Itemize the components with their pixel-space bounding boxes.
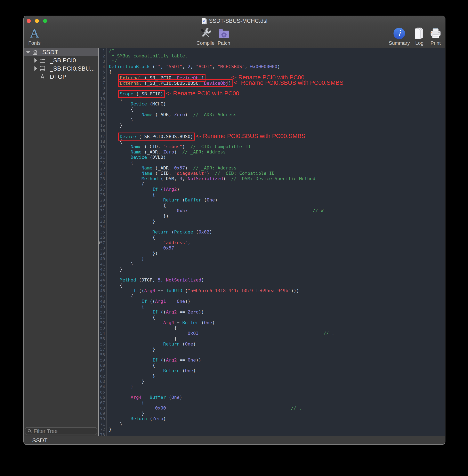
- code-line[interactable]: 0x57 // W: [109, 208, 445, 213]
- code-line[interactable]: Name (_CID, "smbus") // _CID: Compatible…: [109, 144, 445, 149]
- code-token: ): [228, 81, 231, 86]
- sidebar-item-dtgp[interactable]: DTGP: [24, 73, 98, 81]
- code-line[interactable]: External (_SB_.PCI0.SBUS.BUS0, DeviceObj…: [109, 80, 445, 85]
- code-line[interactable]: {: [109, 325, 445, 331]
- code-token: {: [109, 325, 177, 330]
- code-line[interactable]: [109, 389, 445, 395]
- code-line[interactable]: {: [109, 181, 445, 187]
- code-line[interactable]: }: [109, 117, 445, 123]
- print-button[interactable]: Print: [429, 27, 442, 46]
- code-line[interactable]: }): [109, 251, 445, 256]
- code-line[interactable]: {: [109, 192, 445, 197]
- code-line[interactable]: Name (_ADR, Zero) // _ADR: Address: [109, 149, 445, 155]
- sidebar-item-ssdt[interactable]: SSDT: [24, 48, 98, 56]
- code-line[interactable]: {: [109, 363, 445, 368]
- code-lines[interactable]: /* * SMBus compatibility table. */Defini…: [106, 48, 445, 436]
- code-line[interactable]: [109, 85, 445, 91]
- code-line[interactable]: {: [109, 139, 445, 144]
- code-line[interactable]: If ((Arg1 == One)): [109, 299, 445, 304]
- code-line[interactable]: Method (DTGP, 5, NotSerialized): [109, 277, 445, 283]
- code-line[interactable]: Arg4 = Buffer (One): [109, 395, 445, 400]
- code-line[interactable]: Return (Buffer (One): [109, 197, 445, 203]
- code-line[interactable]: Arg4 = Buffer (One): [109, 320, 445, 325]
- code-line[interactable]: {: [109, 283, 445, 288]
- sidebar-item-sb-pci0-sbus[interactable]: _SB.PCI0.SBU...: [24, 64, 98, 73]
- code-token: )): [199, 309, 204, 314]
- code-token: (_ADR,: [152, 165, 174, 170]
- code-line[interactable]: /*: [109, 48, 445, 53]
- code-line[interactable]: }: [109, 411, 445, 416]
- patch-button[interactable]: Patch: [217, 27, 231, 46]
- disclosure-down-icon[interactable]: [26, 51, 30, 54]
- sidebar-item-label: _SB.PCI0.SBU...: [50, 65, 95, 72]
- code-line[interactable]: }: [109, 256, 445, 261]
- code-line[interactable]: {: [109, 160, 445, 165]
- code-line[interactable]: Name (_ADR, Zero) // _ADR: Address: [109, 112, 445, 117]
- sidebar-item-sb-pci0[interactable]: _SB.PCI0: [24, 56, 98, 64]
- code-line[interactable]: Return (One): [109, 342, 445, 347]
- code-line[interactable]: Device (_SB.PCI0.SBUS.BUS0) <- Rename PC…: [109, 133, 445, 139]
- code-line[interactable]: }: [109, 421, 445, 427]
- code-line[interactable]: }: [109, 347, 445, 352]
- code-line[interactable]: "address",: [109, 240, 445, 245]
- compile-button[interactable]: Compile: [196, 27, 215, 46]
- code-line[interactable]: [109, 272, 445, 277]
- code-line[interactable]: }: [109, 373, 445, 379]
- code-line[interactable]: }: [109, 336, 445, 342]
- code-line[interactable]: */: [109, 59, 445, 64]
- code-line[interactable]: }): [109, 213, 445, 219]
- filter-tree-input[interactable]: [34, 428, 102, 434]
- code-line[interactable]: }: [109, 123, 445, 128]
- summary-button[interactable]: i Summary: [389, 27, 410, 46]
- code-line[interactable]: DefinitionBlock ("", "SSDT", 2, "ACDT", …: [109, 64, 445, 69]
- code-line[interactable]: [109, 432, 445, 436]
- code-line[interactable]: Name (_CID, "diagsvault") // _CID: Compa…: [109, 171, 445, 176]
- code-line[interactable]: Return (One): [109, 368, 445, 373]
- code-line[interactable]: If ((Arg0 == ToUUID ("a0b5b7c6-1318-441c…: [109, 288, 445, 293]
- code-line[interactable]: }: [109, 267, 445, 272]
- code-token: ): [177, 187, 179, 192]
- code-line[interactable]: If (!Arg2): [109, 187, 445, 192]
- code-line[interactable]: Device (DVL0): [109, 155, 445, 160]
- code-line[interactable]: {: [109, 400, 445, 405]
- code-line[interactable]: [109, 224, 445, 229]
- code-line[interactable]: {: [109, 304, 445, 309]
- code-token: (: [158, 187, 163, 192]
- code-line[interactable]: {: [109, 203, 445, 208]
- code-line[interactable]: Return (Zero): [109, 416, 445, 421]
- code-line[interactable]: 0x03 // .: [109, 331, 445, 336]
- code-line[interactable]: Return (Package (0x02): [109, 229, 445, 235]
- code-editor[interactable]: 1234567891011121314151617181920212223242…: [98, 48, 445, 436]
- code-line[interactable]: {: [109, 315, 445, 320]
- minimize-button[interactable]: [35, 19, 39, 23]
- code-line[interactable]: {: [109, 96, 445, 101]
- code-line[interactable]: }: [109, 427, 445, 432]
- log-button[interactable]: Log: [413, 27, 426, 46]
- code-line[interactable]: }: [109, 384, 445, 389]
- line-number: 71: [99, 421, 105, 427]
- code-line[interactable]: 0x57: [109, 245, 445, 251]
- code-token: {: [109, 304, 144, 309]
- code-line[interactable]: If ((Arg2 == Zero)): [109, 309, 445, 315]
- close-button[interactable]: [27, 19, 31, 23]
- code-line[interactable]: }: [109, 261, 445, 267]
- code-line[interactable]: If ((Arg2 == One)): [109, 357, 445, 363]
- code-line[interactable]: Name (_ADR, 0x57) // _ADR: Address: [109, 165, 445, 171]
- code-line[interactable]: }: [109, 219, 445, 224]
- code-line[interactable]: [109, 352, 445, 357]
- code-token: ,: [212, 64, 218, 69]
- code-line[interactable]: }: [109, 379, 445, 384]
- code-line[interactable]: * SMBus compatibility table.: [109, 53, 445, 59]
- fonts-button[interactable]: A Fonts: [28, 27, 41, 46]
- code-line[interactable]: {: [109, 107, 445, 112]
- code-line[interactable]: Scope (_SB.PCI0) <- Rename PCI0 with PC0…: [109, 91, 445, 96]
- disclosure-right-icon[interactable]: [34, 66, 38, 71]
- code-line[interactable]: {: [109, 293, 445, 299]
- code-line[interactable]: Device (MCHC): [109, 101, 445, 107]
- code-line[interactable]: 0x00 // .: [109, 405, 445, 411]
- disclosure-right-icon[interactable]: [34, 58, 38, 63]
- zoom-button[interactable]: [43, 19, 47, 23]
- code-line[interactable]: Method (_DSM, 4, NotSerialized) // _DSM:…: [109, 176, 445, 181]
- code-token: Zero: [174, 112, 185, 117]
- code-line[interactable]: {: [109, 235, 445, 240]
